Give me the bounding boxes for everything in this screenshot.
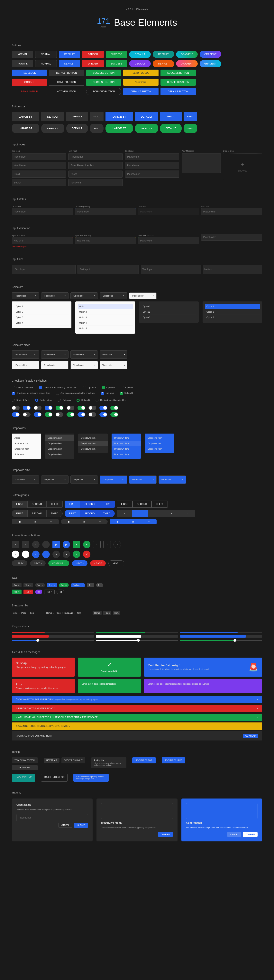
- toggle-7[interactable]: [78, 406, 86, 410]
- input-text-8[interactable]: [68, 179, 122, 186]
- input-text-11[interactable]: [125, 170, 179, 178]
- pill-prev[interactable]: ‹ PREV: [12, 560, 27, 566]
- bg-dark-2[interactable]: SECOND: [27, 501, 46, 508]
- btn-normal-row2[interactable]: NORMAL: [12, 60, 33, 67]
- sel-size-md[interactable]: Placeholder: [41, 350, 68, 359]
- modal3-cancel[interactable]: CANCEL: [227, 832, 241, 837]
- bg-out-1[interactable]: FIRST: [117, 501, 133, 508]
- toggle-19[interactable]: [100, 412, 107, 417]
- toggle-8[interactable]: [89, 406, 96, 410]
- arrow-down-icon[interactable]: ▾: [63, 550, 70, 558]
- btn-normal[interactable]: NORMAL: [12, 51, 33, 58]
- tag-blue[interactable]: Tag✕: [47, 583, 57, 587]
- tag-3[interactable]: Tag✕: [35, 583, 45, 587]
- cb-4[interactable]: [102, 386, 105, 389]
- cb-6[interactable]: [56, 391, 59, 395]
- bg-icp-2[interactable]: ▤: [76, 519, 92, 524]
- bg-icon-2[interactable]: ▤: [27, 519, 43, 524]
- alertbar-action[interactable]: GO AHEAD: [243, 733, 258, 738]
- toggle-9[interactable]: [100, 406, 107, 410]
- upload-zone[interactable]: + BROWSE: [223, 153, 262, 180]
- size-default-dark-pill-lg[interactable]: DEFAULT: [41, 124, 64, 133]
- select-opt-4[interactable]: Option 4: [14, 320, 69, 326]
- dropdown-blue[interactable]: Dropdown item Dropdown item Dropdown ite…: [112, 434, 141, 459]
- close-icon[interactable]: ✕: [65, 584, 67, 586]
- dd-dark-3[interactable]: Dropdown item: [45, 446, 74, 452]
- close-icon[interactable]: ✕: [54, 584, 55, 586]
- dd-sz-blue-lg[interactable]: Dropdown: [100, 476, 127, 484]
- crumb3-chip-2[interactable]: Page: [103, 611, 111, 615]
- btn-gradient-4[interactable]: GRADIENT: [200, 60, 221, 67]
- select-opt-1[interactable]: Option 1: [14, 304, 69, 309]
- size-large-green-pill[interactable]: LARGE BT: [106, 124, 133, 133]
- select-opt-2[interactable]: Option 2: [14, 309, 69, 315]
- input-val-plain[interactable]: [201, 234, 263, 241]
- pill-outline[interactable]: NEXT ›: [108, 560, 124, 566]
- close-icon[interactable]: ✕: [18, 591, 20, 593]
- dd-blue2-3[interactable]: Dropdown item: [145, 446, 174, 452]
- crumb3-chip-1[interactable]: Home: [93, 611, 101, 615]
- close-icon[interactable]: ✕: [18, 584, 20, 586]
- bg-dkp-3[interactable]: THIRD: [46, 510, 63, 517]
- btn-danger[interactable]: DANGER: [82, 51, 104, 58]
- input-size-xs[interactable]: [203, 265, 263, 274]
- btn-email-signin[interactable]: E-MAIL SIGN IN: [12, 88, 47, 95]
- btn-active-outline[interactable]: ACTIVE BUTTON: [49, 88, 84, 95]
- bg-dkp-2[interactable]: SECOND: [27, 510, 46, 517]
- modal1-input[interactable]: [16, 814, 88, 821]
- close-icon[interactable]: ✕: [257, 698, 258, 701]
- toggle-12[interactable]: [23, 412, 30, 417]
- arrow-play-icon[interactable]: ▶: [52, 541, 60, 548]
- select-list-light-2[interactable]: Option 1 Option 2 Option 3 Option 4 Opti…: [75, 301, 135, 334]
- dd-dark-1[interactable]: Dropdown item: [45, 435, 74, 441]
- sel-size-xs[interactable]: Placeholder: [100, 350, 127, 359]
- dd-dark2-1[interactable]: Dropdown item: [78, 435, 108, 441]
- btn-default-wide[interactable]: DEFAULT BUTTON: [49, 70, 84, 76]
- input-text-2[interactable]: [12, 162, 66, 169]
- btn-gradient-3[interactable]: GRADIENT: [176, 60, 198, 67]
- size-default-dark[interactable]: DEFAULT: [67, 112, 88, 121]
- modal3-confirm[interactable]: CONFIRM: [243, 832, 258, 837]
- close-icon[interactable]: ✕: [41, 584, 43, 586]
- dd-light-3[interactable]: Dropdown item: [12, 446, 41, 452]
- select-opt-b5[interactable]: Option 5: [78, 326, 133, 331]
- dd-sz-lg[interactable]: Dropdown: [12, 476, 39, 484]
- input-text-10[interactable]: [125, 162, 179, 169]
- input-val-warning[interactable]: [75, 237, 136, 244]
- size-default-dark-pill[interactable]: DEFAULT: [67, 124, 88, 133]
- radio-1[interactable]: [12, 399, 15, 402]
- bg-icp-1[interactable]: ◧: [61, 519, 76, 524]
- dd-blue-2[interactable]: Dropdown item: [112, 441, 141, 446]
- crumb2-page[interactable]: Page: [55, 612, 61, 614]
- select-opt-dactive[interactable]: Option 1: [205, 304, 260, 309]
- btn-default-pill-teal[interactable]: DEFAULT: [153, 51, 174, 58]
- pill-next[interactable]: NEXT ›: [30, 560, 46, 566]
- toggle-20[interactable]: [110, 412, 118, 417]
- dd-light-4[interactable]: Submenu: [12, 452, 41, 457]
- tag-outline-pill[interactable]: Tag: [57, 590, 64, 594]
- dd-sz-md[interactable]: Dropdown: [41, 476, 68, 484]
- page-next[interactable]: ›: [179, 510, 195, 517]
- arrow-check-icon[interactable]: ✓: [73, 550, 80, 558]
- arrow-left-circle-icon[interactable]: ‹: [32, 541, 40, 548]
- size-default-blue-lg[interactable]: DEFAULT: [135, 112, 158, 121]
- bg-out-3[interactable]: THIRD: [152, 501, 168, 508]
- select-opt-dd2[interactable]: Option 2: [205, 309, 260, 315]
- dd-blue-4[interactable]: Dropdown item: [112, 452, 141, 457]
- btn-disabled-wide[interactable]: DISABLED BUTTON: [160, 79, 196, 86]
- size-large-blue[interactable]: LARGE BT: [106, 112, 133, 121]
- cb-8[interactable]: [120, 391, 123, 395]
- size-small-blue[interactable]: SMALL: [184, 112, 197, 121]
- bg-icon-1[interactable]: ◧: [12, 519, 27, 524]
- input-val-success[interactable]: [138, 237, 199, 244]
- crumb-page[interactable]: Page: [21, 612, 27, 614]
- dd-dark-2[interactable]: Dropdown item: [45, 441, 74, 446]
- input-state-icon[interactable]: [201, 208, 263, 215]
- page-prev[interactable]: ‹: [117, 510, 132, 517]
- btn-default-wide-blue2[interactable]: DEFAULT BUTTON: [160, 88, 196, 95]
- toggle-2[interactable]: [23, 406, 30, 410]
- selector-3[interactable]: Select one: [70, 293, 98, 299]
- arrow-up-icon[interactable]: ▴: [52, 550, 60, 558]
- arrow-right-circle-icon[interactable]: ›: [42, 541, 50, 548]
- dd-blue-3[interactable]: Dropdown item: [112, 446, 141, 452]
